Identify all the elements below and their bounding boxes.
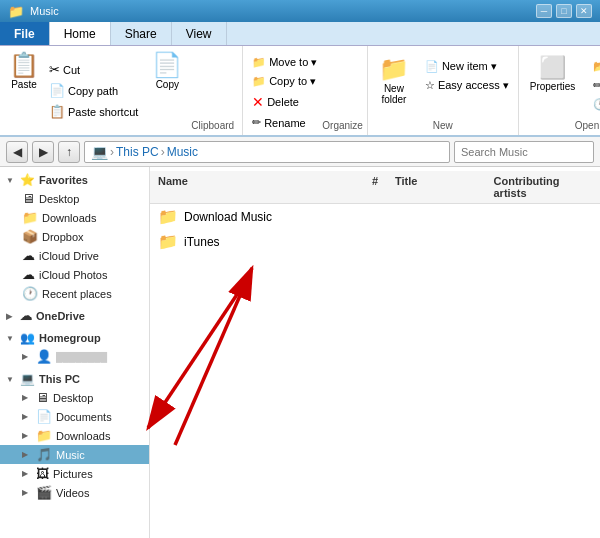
close-button[interactable]: ✕ <box>576 4 592 18</box>
folder-icon-download: 📁 <box>158 207 178 226</box>
paste-button[interactable]: 📋 Paste <box>4 50 44 131</box>
sidebar-item-videos[interactable]: ▶ 🎬 Videos <box>0 483 149 502</box>
open-button[interactable]: 📂 Open ▾ <box>588 58 600 75</box>
expand-music-icon: ▶ <box>22 450 32 459</box>
sidebar-item-icloud-photos[interactable]: ☁ iCloud Photos <box>0 265 149 284</box>
videos-icon: 🎬 <box>36 485 52 500</box>
expand-user-icon: ▶ <box>22 352 32 361</box>
paste-shortcut-button[interactable]: 📋 Paste shortcut <box>44 102 143 121</box>
sidebar-header-onedrive[interactable]: ▶ ☁ OneDrive <box>0 307 149 325</box>
sidebar-item-recent[interactable]: 🕐 Recent places <box>0 284 149 303</box>
sidebar-header-favorites[interactable]: ▼ ⭐ Favorites <box>0 171 149 189</box>
col-title-header: Title <box>395 175 494 199</box>
breadcrumb: 💻 › This PC › Music <box>84 141 450 163</box>
sidebar: ▼ ⭐ Favorites 🖥 Desktop 📁 Downloads 📦 Dr… <box>0 167 150 538</box>
title-bar: 📁 Music ─ □ ✕ <box>0 0 600 22</box>
sidebar-header-homegroup[interactable]: ▼ 👥 Homegroup <box>0 329 149 347</box>
new-label: New <box>372 120 514 131</box>
sidebar-item-desktop[interactable]: 🖥 Desktop <box>0 189 149 208</box>
new-folder-icon: 📁 <box>379 57 409 81</box>
item-name-itunes: iTunes <box>184 235 592 249</box>
easy-access-button[interactable]: ☆ Easy access ▾ <box>420 77 514 94</box>
expand-pictures-icon: ▶ <box>22 469 32 478</box>
expand-pc-downloads-icon: ▶ <box>22 431 32 440</box>
breadcrumb-thispc[interactable]: This PC <box>116 145 159 159</box>
rename-label: Rename <box>264 117 306 129</box>
onedrive-icon: ☁ <box>20 309 32 323</box>
edit-button[interactable]: ✏ Edit <box>588 77 600 94</box>
new-folder-button[interactable]: 📁 Newfolder <box>372 54 416 108</box>
sidebar-item-downloads[interactable]: 📁 Downloads <box>0 208 149 227</box>
paste-shortcut-icon: 📋 <box>49 104 65 119</box>
list-item-itunes[interactable]: 📁 iTunes <box>150 229 600 254</box>
ribbon-tabs: File Home Share View <box>0 22 600 46</box>
item-name-download: Download Music <box>184 210 592 224</box>
favorites-icon: ⭐ <box>20 173 35 187</box>
clipboard-group: 📋 Paste ✂ Cut 📄 Copy path 📋 Paste shortc… <box>0 46 243 135</box>
forward-button[interactable]: ▶ <box>32 141 54 163</box>
music-icon: 🎵 <box>36 447 52 462</box>
sidebar-item-icloud-drive[interactable]: ☁ iCloud Drive <box>0 246 149 265</box>
rename-button[interactable]: ✏ Rename <box>247 114 322 131</box>
copy-button[interactable]: 📄 Copy <box>147 50 187 131</box>
sidebar-item-dropbox[interactable]: 📦 Dropbox <box>0 227 149 246</box>
copy-to-button[interactable]: 📁 Copy to ▾ <box>247 73 322 90</box>
move-to-label: Move to ▾ <box>269 56 317 69</box>
properties-button[interactable]: ⬜ Properties <box>523 54 583 95</box>
rename-icon: ✏ <box>252 116 261 129</box>
downloads-label: Downloads <box>42 212 96 224</box>
list-item-download-music[interactable]: 📁 Download Music <box>150 204 600 229</box>
main-area: ▼ ⭐ Favorites 🖥 Desktop 📁 Downloads 📦 Dr… <box>0 167 600 538</box>
desktop-icon: 🖥 <box>22 191 35 206</box>
expand-documents-icon: ▶ <box>22 412 32 421</box>
pictures-icon: 🖼 <box>36 466 49 481</box>
history-button[interactable]: 🕐 History <box>588 96 600 113</box>
tab-view[interactable]: View <box>172 22 227 45</box>
search-input[interactable] <box>454 141 594 163</box>
address-bar: ◀ ▶ ↑ 💻 › This PC › Music <box>0 137 600 167</box>
homegroup-label: Homegroup <box>39 332 101 344</box>
clipboard-label: Clipboard <box>187 120 238 131</box>
dropbox-icon: 📦 <box>22 229 38 244</box>
sidebar-item-music[interactable]: ▶ 🎵 Music <box>0 445 149 464</box>
documents-icon: 📄 <box>36 409 52 424</box>
paste-label: Paste <box>11 79 37 90</box>
expand-favorites-icon: ▼ <box>6 176 16 185</box>
edit-icon: ✏ <box>593 79 600 92</box>
tab-home[interactable]: Home <box>50 22 111 45</box>
thispc-icon: 💻 <box>20 372 35 386</box>
cut-button[interactable]: ✂ Cut <box>44 60 143 79</box>
expand-onedrive-icon: ▶ <box>6 312 16 321</box>
copy-icon: 📄 <box>152 53 182 77</box>
delete-button[interactable]: ✕ Delete <box>247 92 322 112</box>
tab-share[interactable]: Share <box>111 22 172 45</box>
new-item-button[interactable]: 📄 New item ▾ <box>420 58 514 75</box>
copy-path-button[interactable]: 📄 Copy path <box>44 81 143 100</box>
maximize-button[interactable]: □ <box>556 4 572 18</box>
pc-desktop-icon: 🖥 <box>36 390 49 405</box>
up-button[interactable]: ↑ <box>58 141 80 163</box>
thispc-label: This PC <box>39 373 80 385</box>
breadcrumb-music[interactable]: Music <box>167 145 198 159</box>
easy-access-icon: ☆ <box>425 79 435 92</box>
homegroup-icon: 👥 <box>20 331 35 345</box>
tab-file[interactable]: File <box>0 22 50 45</box>
sidebar-item-documents[interactable]: ▶ 📄 Documents <box>0 407 149 426</box>
pictures-label: Pictures <box>53 468 93 480</box>
sidebar-item-pc-desktop[interactable]: ▶ 🖥 Desktop <box>0 388 149 407</box>
properties-icon: ⬜ <box>539 57 566 79</box>
sidebar-header-thispc[interactable]: ▼ 💻 This PC <box>0 370 149 388</box>
pc-desktop-label: Desktop <box>53 392 93 404</box>
onedrive-label: OneDrive <box>36 310 85 322</box>
history-icon: 🕐 <box>593 98 600 111</box>
desktop-label: Desktop <box>39 193 79 205</box>
move-to-button[interactable]: 📁 Move to ▾ <box>247 54 322 71</box>
minimize-button[interactable]: ─ <box>536 4 552 18</box>
icloud-drive-icon: ☁ <box>22 248 35 263</box>
sidebar-item-pc-downloads[interactable]: ▶ 📁 Downloads <box>0 426 149 445</box>
sidebar-item-pictures[interactable]: ▶ 🖼 Pictures <box>0 464 149 483</box>
icloud-photos-icon: ☁ <box>22 267 35 282</box>
back-button[interactable]: ◀ <box>6 141 28 163</box>
sidebar-item-homegroup-user[interactable]: ▶ 👤 ████████ <box>0 347 149 366</box>
breadcrumb-icon: 💻 <box>91 144 108 160</box>
